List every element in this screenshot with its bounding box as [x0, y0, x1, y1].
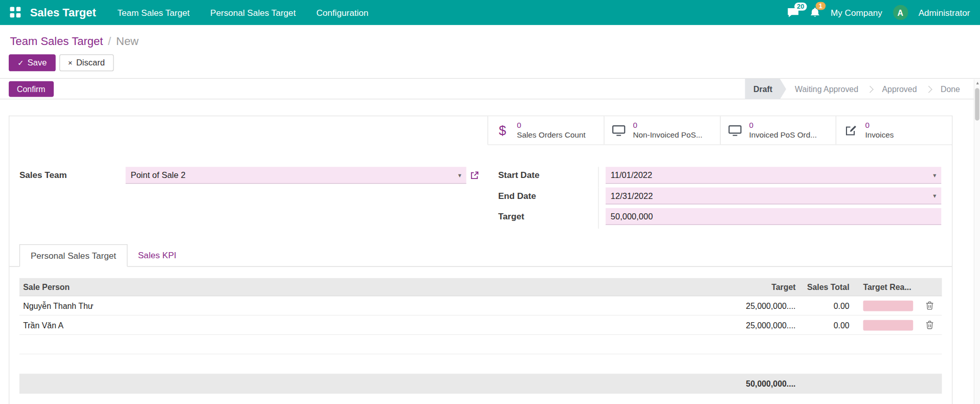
- cell-sale-person[interactable]: Nguyễn Thanh Thư: [19, 301, 727, 310]
- target-input[interactable]: [611, 212, 937, 221]
- activities-icon[interactable]: 1: [810, 7, 820, 18]
- field-group-right: Start Date ▾ End Date ▾ Target: [498, 167, 942, 229]
- cell-target[interactable]: 25,000,000....: [727, 320, 797, 329]
- discard-button[interactable]: × Discard: [59, 54, 114, 71]
- stat-label: Invoices: [865, 130, 894, 140]
- sales-team-label: Sales Team: [19, 167, 126, 229]
- nav-menu-configuration[interactable]: Configuration: [316, 8, 368, 18]
- user-avatar[interactable]: A: [893, 5, 908, 20]
- chevron-down-icon[interactable]: ▾: [458, 171, 461, 178]
- app-window: Sales Target Team Sales Target Personal …: [0, 0, 980, 404]
- breadcrumb-separator: /: [108, 35, 111, 48]
- top-nav: Sales Target Team Sales Target Personal …: [0, 0, 980, 25]
- column-header-target[interactable]: Target: [727, 282, 797, 291]
- apps-grid-square: [16, 13, 21, 18]
- stat-value: 0: [517, 121, 586, 130]
- table-row[interactable]: Nguyễn Thanh Thư 25,000,000.... 0.00: [19, 296, 942, 316]
- statusbar: Draft Waiting Approved Approved Done: [745, 79, 969, 99]
- chevron-right-icon: [925, 85, 932, 93]
- end-date-label: End Date: [498, 188, 598, 208]
- tab-sales-kpi[interactable]: Sales KPI: [127, 244, 187, 266]
- systray: 20 1 My Company A Administrator: [787, 5, 970, 20]
- target-reached-progressbar: [863, 300, 913, 311]
- messages-icon[interactable]: 20: [787, 7, 799, 18]
- table-footer-row: 50,000,000....: [19, 374, 942, 394]
- stat-value: 0: [633, 121, 703, 130]
- breadcrumb-current: New: [116, 35, 139, 48]
- stat-label: Sales Orders Count: [517, 130, 586, 140]
- stat-button-non-invoiced-pos[interactable]: 0 Non-Invoiced PoS...: [604, 116, 720, 144]
- form-header-band: Confirm Draft Waiting Approved Approved …: [0, 78, 980, 100]
- activities-badge: 1: [816, 2, 826, 10]
- column-header-sale-person[interactable]: Sale Person: [19, 282, 727, 291]
- stat-button-invoiced-pos[interactable]: 0 Invoiced PoS Ord...: [720, 116, 836, 144]
- stat-value: 0: [865, 121, 894, 130]
- delete-row-button[interactable]: [917, 321, 942, 329]
- table-empty-row[interactable]: [19, 335, 942, 354]
- cell-sales-total[interactable]: 0.00: [797, 301, 851, 310]
- cell-sale-person[interactable]: Trần Văn A: [19, 320, 727, 329]
- vertical-scrollbar[interactable]: ▲: [974, 79, 980, 404]
- target-label: Target: [498, 208, 598, 229]
- status-step-approved[interactable]: Approved: [873, 79, 925, 99]
- table-body: Nguyễn Thanh Thư 25,000,000.... 0.00 Trầ…: [19, 296, 942, 354]
- status-step-done[interactable]: Done: [932, 79, 969, 99]
- target-field[interactable]: [606, 208, 941, 225]
- cell-sales-total[interactable]: 0.00: [797, 320, 851, 329]
- target-total: 50,000,000....: [727, 379, 797, 388]
- stat-label: Non-Invoiced PoS...: [633, 130, 703, 140]
- chevron-down-icon[interactable]: ▾: [933, 171, 936, 178]
- start-date-input[interactable]: [611, 170, 929, 179]
- status-step-draft[interactable]: Draft: [745, 79, 786, 99]
- chevron-down-icon[interactable]: ▾: [933, 192, 936, 199]
- field-group-left: Sales Team ▾: [19, 167, 487, 229]
- table-header-row: Sale Person Target Sales Total Target Re…: [19, 278, 942, 296]
- stat-button-invoices[interactable]: 0 Invoices: [836, 116, 952, 144]
- apps-grid-square: [16, 7, 21, 11]
- edit-icon: [842, 125, 859, 136]
- breadcrumb: Team Sales Target / New: [0, 25, 980, 48]
- target-reached-progressbar: [863, 320, 913, 330]
- trash-icon: [925, 321, 933, 329]
- stat-button-row: $ 0 Sales Orders Count 0 Non-Invoiced Po…: [487, 116, 952, 145]
- nav-menu-personal-sales-target[interactable]: Personal Sales Target: [210, 8, 296, 18]
- discard-button-label: Discard: [76, 58, 105, 68]
- monitor-icon: [727, 125, 743, 136]
- end-date-input[interactable]: [611, 191, 929, 200]
- end-date-field[interactable]: ▾: [606, 188, 941, 205]
- company-switcher[interactable]: My Company: [831, 8, 882, 18]
- scroll-up-arrow[interactable]: ▲: [974, 81, 980, 85]
- cell-target[interactable]: 25,000,000....: [727, 301, 797, 310]
- stat-value: 0: [749, 121, 816, 130]
- delete-row-button[interactable]: [917, 301, 942, 310]
- status-step-waiting-approved[interactable]: Waiting Approved: [786, 79, 867, 99]
- check-icon: ✓: [17, 58, 24, 67]
- scrollbar-thumb[interactable]: [975, 88, 979, 121]
- stat-label: Invoiced PoS Ord...: [749, 130, 816, 140]
- breadcrumb-parent-link[interactable]: Team Sales Target: [10, 35, 103, 48]
- sales-team-input[interactable]: [130, 170, 454, 179]
- table-row[interactable]: Trần Văn A 25,000,000.... 0.00: [19, 316, 942, 335]
- app-name[interactable]: Sales Target: [30, 6, 96, 19]
- save-button[interactable]: ✓ Save: [9, 54, 55, 71]
- tab-personal-sales-target[interactable]: Personal Sales Target: [19, 244, 127, 267]
- stat-button-sales-orders[interactable]: $ 0 Sales Orders Count: [487, 116, 604, 144]
- field-groups: Sales Team ▾ Start Date ▾: [9, 167, 952, 229]
- chevron-right-icon: [866, 85, 874, 93]
- dollar-icon: $: [495, 123, 511, 138]
- external-link-icon[interactable]: [470, 171, 479, 229]
- column-header-sales-total[interactable]: Sales Total: [797, 282, 851, 291]
- column-header-target-reached[interactable]: Target Rea...: [851, 282, 917, 291]
- save-button-label: Save: [28, 58, 47, 68]
- confirm-button[interactable]: Confirm: [9, 81, 53, 97]
- start-date-field[interactable]: ▾: [606, 167, 941, 184]
- nav-menu-team-sales-target[interactable]: Team Sales Target: [117, 8, 189, 18]
- messages-badge: 20: [794, 2, 807, 10]
- apps-grid-icon[interactable]: [10, 7, 21, 18]
- user-menu[interactable]: Administrator: [919, 8, 970, 18]
- apps-grid-square: [10, 7, 15, 11]
- record-actions: ✓ Save × Discard: [9, 54, 980, 71]
- trash-icon: [925, 301, 933, 310]
- notebook-tabs: Personal Sales Target Sales KPI: [9, 244, 952, 267]
- sales-team-field[interactable]: ▾: [126, 167, 466, 184]
